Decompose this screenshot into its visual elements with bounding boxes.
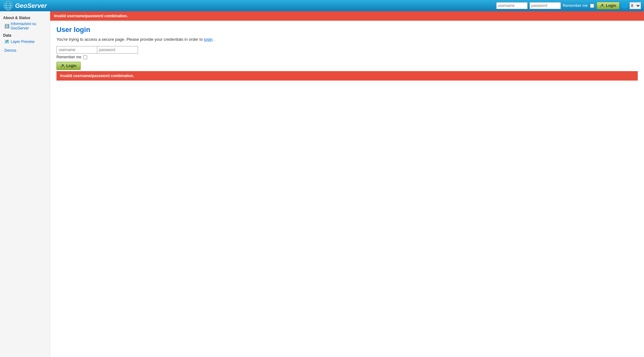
login-area: User login You're trying to access a sec… bbox=[50, 21, 644, 86]
page-title: User login bbox=[56, 26, 638, 34]
layout: About & Status ℹ️ Informazioni su GeoSer… bbox=[0, 11, 644, 357]
language-select[interactable]: it en de fr es bbox=[630, 2, 641, 9]
sidebar: About & Status ℹ️ Informazioni su GeoSer… bbox=[0, 11, 50, 357]
main-content: Invalid username/password combination. U… bbox=[50, 11, 644, 357]
user-icon bbox=[600, 3, 604, 8]
top-error-banner: Invalid username/password combination. bbox=[50, 11, 644, 21]
logo-text: GeoServer bbox=[15, 2, 47, 9]
header-password-input[interactable] bbox=[530, 2, 561, 9]
globe-icon: 🌐 bbox=[621, 3, 628, 9]
sidebar-item-layer-preview[interactable]: 🗺️ Layer Preview bbox=[0, 38, 50, 45]
remember-row: Remember me bbox=[56, 55, 638, 59]
geoserver-logo-icon bbox=[3, 1, 13, 11]
svg-point-6 bbox=[601, 4, 603, 6]
header-login-button[interactable]: Login bbox=[597, 2, 620, 9]
sidebar-section-demos bbox=[0, 45, 50, 47]
layers-icon: 🗺️ bbox=[4, 39, 9, 44]
form-password-input[interactable] bbox=[97, 46, 138, 54]
bottom-error-banner: Invalid username/password combination. bbox=[56, 71, 638, 81]
form-login-button[interactable]: Login bbox=[56, 62, 81, 70]
header-remember-checkbox[interactable] bbox=[590, 4, 594, 8]
header: GeoServer Remember me Login 🌐 it en de f… bbox=[0, 0, 644, 11]
sidebar-item-about[interactable]: ℹ️ Informazioni su GeoServer bbox=[0, 21, 50, 31]
remember-me-label: Remember me bbox=[56, 55, 81, 59]
svg-point-7 bbox=[62, 64, 64, 66]
sidebar-item-demos[interactable]: Demos bbox=[0, 47, 50, 54]
description-text: You're trying to access a secure page. P… bbox=[56, 37, 203, 42]
login-form: Remember me Login bbox=[56, 46, 638, 71]
login-link[interactable]: login bbox=[204, 37, 212, 42]
sidebar-section-about: About & Status bbox=[0, 14, 50, 21]
login-inputs-row bbox=[56, 46, 638, 54]
form-username-input[interactable] bbox=[56, 46, 97, 54]
user-icon-form bbox=[61, 64, 65, 68]
header-remember-label: Remember me bbox=[563, 3, 588, 8]
sidebar-item-demos-label: Demos bbox=[4, 48, 16, 53]
info-icon: ℹ️ bbox=[4, 24, 9, 29]
form-remember-checkbox[interactable] bbox=[83, 55, 87, 59]
sidebar-item-layer-preview-label: Layer Preview bbox=[11, 39, 35, 44]
sidebar-item-about-label: Informazioni su GeoServer bbox=[11, 22, 47, 30]
header-right: Remember me Login 🌐 it en de fr es bbox=[496, 2, 641, 9]
sidebar-section-data: Data bbox=[0, 31, 50, 38]
header-username-input[interactable] bbox=[496, 2, 528, 9]
description-period: . bbox=[214, 37, 215, 42]
logo: GeoServer bbox=[3, 1, 47, 11]
login-description: You're trying to access a secure page. P… bbox=[56, 37, 638, 42]
